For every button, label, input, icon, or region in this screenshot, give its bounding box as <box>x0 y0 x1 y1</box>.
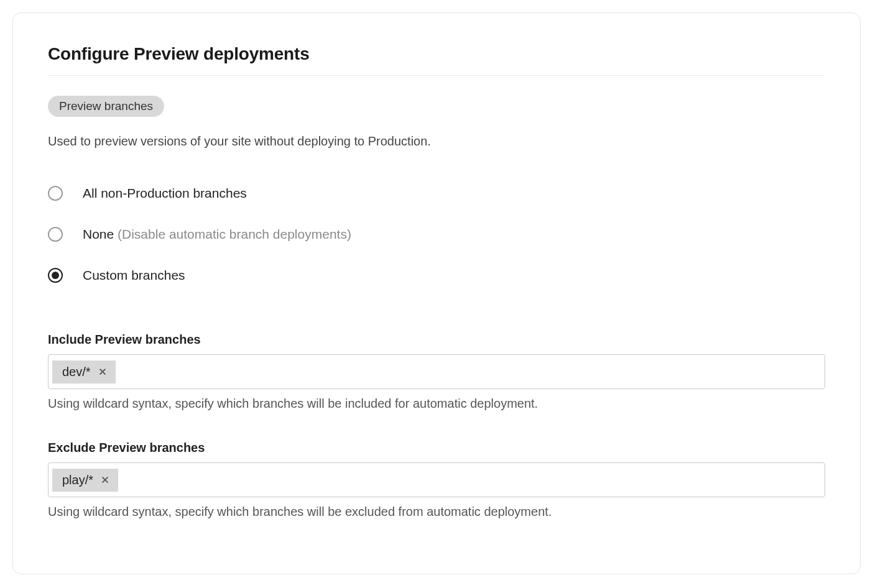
page-title: Configure Preview deployments <box>48 44 825 76</box>
radio-icon <box>48 186 63 201</box>
radio-icon <box>48 227 63 242</box>
radio-all-non-prod[interactable]: All non-Production branches <box>48 186 825 201</box>
close-icon[interactable] <box>99 474 111 485</box>
include-label: Include Preview branches <box>48 333 825 347</box>
exclude-tag: play/* <box>52 469 118 492</box>
exclude-help: Using wildcard syntax, specify which bra… <box>48 505 825 519</box>
exclude-tag-input[interactable]: play/* <box>48 462 825 497</box>
preview-branches-pill: Preview branches <box>48 96 164 117</box>
exclude-section: Exclude Preview branches play/* Using wi… <box>48 441 825 519</box>
radio-label-custom: Custom branches <box>83 268 185 283</box>
radio-none-muted: (Disable automatic branch deployments) <box>114 227 351 241</box>
close-icon[interactable] <box>97 366 108 377</box>
radio-none-main: None <box>83 227 114 241</box>
radio-custom-branches[interactable]: Custom branches <box>48 268 825 283</box>
include-tag-input[interactable]: dev/* <box>48 354 825 389</box>
include-help: Using wildcard syntax, specify which bra… <box>48 397 825 411</box>
radio-none[interactable]: None (Disable automatic branch deploymen… <box>48 227 825 242</box>
preview-desc: Used to preview versions of your site wi… <box>48 134 825 149</box>
radio-label-none: None (Disable automatic branch deploymen… <box>83 227 351 242</box>
include-tag-text: dev/* <box>62 365 91 379</box>
include-section: Include Preview branches dev/* Using wil… <box>48 333 825 411</box>
config-card: Configure Preview deployments Preview br… <box>12 12 861 574</box>
exclude-label: Exclude Preview branches <box>48 441 825 455</box>
include-tag: dev/* <box>52 361 116 384</box>
exclude-tag-text: play/* <box>62 473 93 487</box>
radio-label-all: All non-Production branches <box>83 186 247 201</box>
branches-radio-group: All non-Production branches None (Disabl… <box>48 186 825 283</box>
include-text-input[interactable] <box>121 361 821 383</box>
radio-icon-checked <box>48 268 63 283</box>
exclude-text-input[interactable] <box>123 469 821 491</box>
